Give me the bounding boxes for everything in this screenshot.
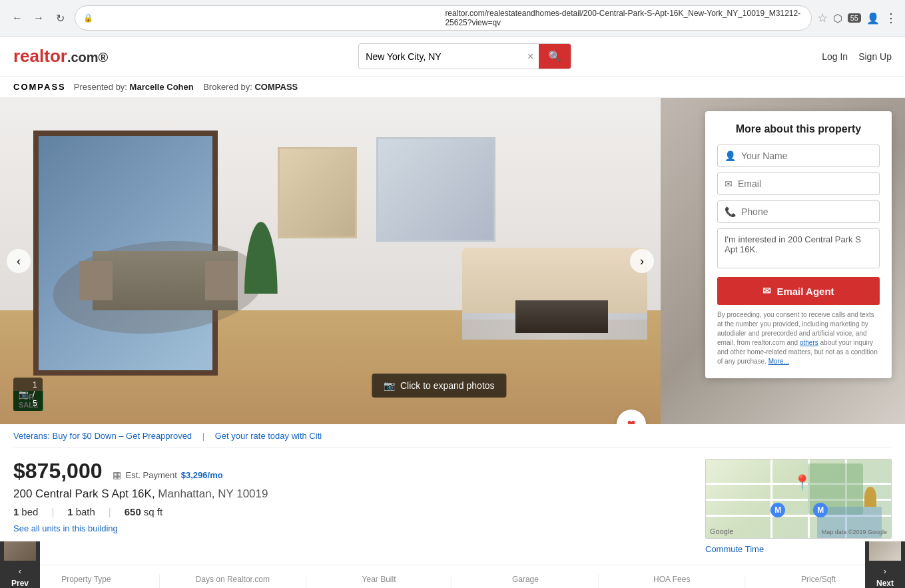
stat-item-2: Year Built 1963 [306,575,453,588]
site-header: realtor.com® × 🔍 Log In Sign Up [0,37,905,77]
metro-marker-2: M [813,503,828,517]
pegman [864,487,876,507]
price-row: $875,000 ▦ Est. Payment $3,296/mo [13,459,692,483]
baths-detail: 1 bath [67,506,95,517]
road-h2 [706,499,891,501]
compass-logo: COMPASS [13,82,66,92]
photo-section[interactable]: ‹ › 📷 Click to expand photos FOR SALE 📷 … [0,98,905,424]
nav-next-button[interactable]: › Next [865,541,905,588]
address-bar[interactable]: 🔒 realtor.com/realestateandhomes-detail/… [75,5,812,31]
agent-info: Presented by: Marcelle Cohen Brokered by… [74,82,298,92]
nav-prev-button[interactable]: ‹ Prev [0,541,40,588]
map-container[interactable]: 📍 M M Google Map data ©2019 Google [705,459,892,539]
photo-next-button[interactable]: › [630,249,654,273]
extension-badge: 55 [848,13,861,23]
address-line: 200 Central Park S Apt 16K, Manhattan, N… [13,487,692,501]
beds-detail: 1 bed [13,506,38,517]
name-input[interactable] [741,150,872,161]
forward-button[interactable]: → [29,9,48,27]
logo[interactable]: realtor.com® [13,46,108,67]
nav-buttons: ← → ↻ [8,9,69,27]
chair-2 [205,261,238,300]
browser-chrome: ← → ↻ 🔒 realtor.com/realestateandhomes-d… [0,0,905,37]
street-address: 200 Central Park S Apt 16K, [13,487,155,500]
email-btn-icon: ✉ [762,285,771,297]
contact-panel: More about this property 👤 ✉ 📞 I'm inter… [705,111,892,378]
header-auth: Log In Sign Up [822,51,892,62]
email-field-container[interactable]: ✉ [717,172,880,195]
listing-info: $875,000 ▦ Est. Payment $3,296/mo 200 Ce… [13,459,692,554]
browser-actions: ☆ ⬡ 55 👤 ⋮ [817,11,897,25]
chair-1 [79,261,113,300]
map-area: 📍 M M Google Map data ©2019 Google Commu… [705,459,892,554]
main-wrapper: ‹ › 📷 Click to expand photos FOR SALE 📷 … [0,98,905,588]
stat-item-4: HOA Fees — [599,575,745,588]
name-field[interactable]: 👤 [717,145,880,167]
agent-banner: COMPASS Presented by: Marcelle Cohen Bro… [0,77,905,98]
monthly-payment[interactable]: $3,296/mo [181,470,223,480]
stat-item-1: Days on Realtor.com 326 days [160,575,306,588]
profile-icon[interactable]: 👤 [866,12,880,25]
expand-photos-button[interactable]: 📷 Click to expand photos [372,374,507,398]
prev-arrow-icon: ‹ [19,566,21,576]
signup-link[interactable]: Sign Up [858,51,892,62]
map-data-text: Map data ©2019 Google [822,529,887,535]
photo-prev-button[interactable]: ‹ [7,249,31,273]
stats-row: Property Type Co-op Days on Realtor.com … [13,565,892,588]
see-all-units-link[interactable]: See all units in this building [13,523,118,533]
logo-text: realtor.com® [13,46,108,67]
sqft-detail: 650 sq ft [125,506,162,517]
search-clear-button[interactable]: × [522,48,539,65]
search-icon: 🔍 [548,51,561,62]
calculator-icon: ▦ [113,469,121,480]
road-v1 [770,459,772,538]
stat-label-4: HOA Fees [604,575,739,584]
next-thumbnail [869,541,901,561]
coffee-table [515,300,608,333]
details-row: 1 bed | 1 bath | 650 sq ft [13,506,692,517]
main-photo [0,98,661,424]
photo-counter: 📷 1 / 5 [13,378,43,411]
consent-others-link[interactable]: others [800,339,818,346]
stat-label-1: Days on Realtor.com [165,575,300,584]
email-input[interactable] [738,178,872,189]
phone-field-container[interactable]: 📞 [717,200,880,223]
stat-label-3: Garage [457,575,593,584]
consent-more-link[interactable]: More... [768,358,789,365]
phone-icon: 📞 [725,206,736,217]
bookmark-icon[interactable]: ☆ [817,11,828,25]
back-button[interactable]: ← [8,9,27,27]
refresh-button[interactable]: ↻ [51,9,69,27]
search-button[interactable]: 🔍 [539,44,571,69]
search-bar: × 🔍 [358,43,571,69]
promo-banner: Veterans: Buy for $0 Down – Get Preappro… [13,424,892,448]
consent-text: By proceeding, you consent to receive ca… [717,310,880,366]
url-text: realtor.com/realestateandhomes-detail/20… [445,9,802,27]
promo-link-citi[interactable]: Get your rate today with Citi [215,431,322,441]
map-pin: 📍 [793,474,811,491]
est-payment: ▦ Est. Payment $3,296/mo [113,469,222,480]
prev-thumbnail [4,541,36,561]
extensions-icon: ⬡ [833,12,842,25]
browser-menu-icon[interactable]: ⋮ [885,11,897,25]
counter-camera-icon: 📷 [19,390,29,399]
phone-input[interactable] [741,206,872,217]
message-textarea[interactable]: I'm interested in 200 Central Park S Apt… [717,228,880,268]
commute-time-link[interactable]: Commute Time [705,544,892,554]
email-icon: ✉ [725,178,733,189]
broker-name: COMPASS [254,82,298,92]
stat-item-3: Garage — [452,575,599,588]
camera-icon: 📷 [384,380,395,391]
art-piece-2 [376,137,495,242]
person-icon: 👤 [725,150,736,161]
login-link[interactable]: Log In [822,51,848,62]
search-input[interactable] [359,46,522,67]
contact-panel-title: More about this property [717,123,880,135]
art-piece-1 [278,147,357,238]
promo-link-veterans[interactable]: Veterans: Buy for $0 Down – Get Preappro… [13,431,192,441]
listing-main: $875,000 ▦ Est. Payment $3,296/mo 200 Ce… [13,448,892,565]
email-agent-button[interactable]: ✉ Email Agent [717,277,880,305]
content-area: Veterans: Buy for $0 Down – Get Preappro… [0,424,905,588]
agent-name: Marcelle Cohen [130,82,194,92]
stat-label-2: Year Built [312,575,447,584]
